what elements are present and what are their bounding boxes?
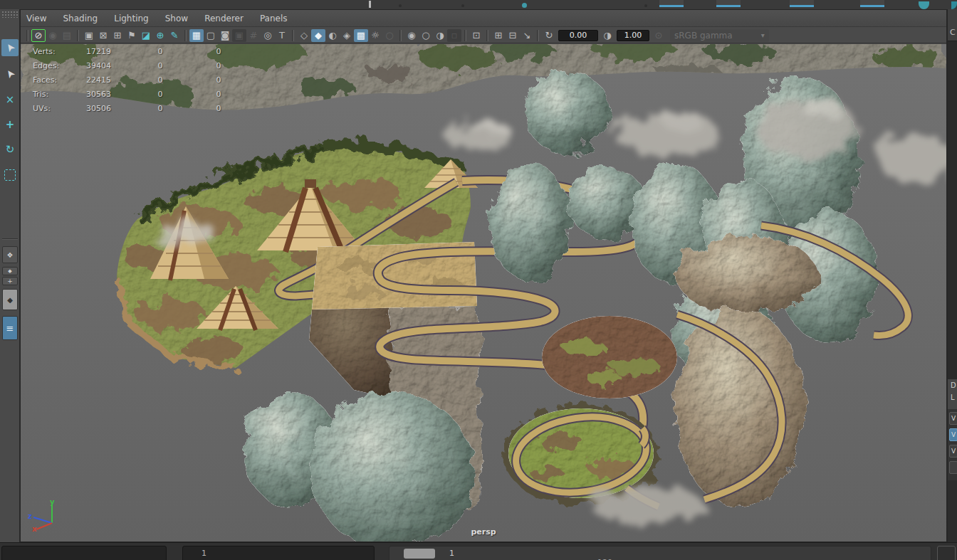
use-all-lights-icon[interactable]: ☼: [368, 29, 382, 42]
menu-renderer[interactable]: Renderer: [204, 14, 244, 23]
wireframe-icon[interactable]: ◇: [297, 29, 311, 42]
menu-show[interactable]: Show: [165, 14, 188, 23]
layer-visibility-toggle[interactable]: V: [949, 428, 957, 441]
pan-zoom-icon[interactable]: ⊕: [153, 29, 167, 42]
outliner-lines-icon: ≡: [6, 323, 14, 334]
scene-3d[interactable]: [21, 44, 946, 541]
image-plane-icon[interactable]: ◪: [139, 29, 153, 42]
contrast-icon[interactable]: ◑: [600, 29, 615, 42]
select-arrow-icon: ➤: [2, 41, 18, 56]
current-time-marker[interactable]: [404, 549, 435, 559]
shelf-icon-fragment[interactable]: [659, 0, 684, 7]
exposure-icon[interactable]: ↻: [542, 29, 556, 42]
gamma-field[interactable]: 1.00: [617, 30, 649, 41]
layout-outliner-persp-button[interactable]: ≡: [2, 316, 18, 340]
layout-small-button[interactable]: ◆: [2, 267, 18, 275]
maya-window: ➤ ➤ × + ↻ ▪ ❖ ◆ + ◆ ≡ View Shading Light…: [0, 0, 957, 560]
bookmark-icon[interactable]: ⚑: [125, 29, 139, 42]
rock-arch[interactable]: [676, 236, 818, 315]
field-chart-icon[interactable]: #: [246, 29, 261, 42]
isolate-select-icon[interactable]: ⊡: [469, 29, 483, 42]
depth-of-field-icon[interactable]: ▫: [447, 29, 461, 42]
textured-icon[interactable]: ▩: [354, 29, 368, 42]
safe-action-icon[interactable]: ◎: [261, 29, 275, 42]
shelf-icon-fragment[interactable]: [860, 0, 884, 7]
rotate-icon: ↻: [6, 143, 15, 156]
layer-toggle-empty[interactable]: [949, 461, 957, 474]
select-camera-icon[interactable]: ▣: [82, 29, 96, 42]
anti-alias-icon[interactable]: ◑: [433, 29, 447, 42]
channel-box-fields-edge: [948, 41, 957, 379]
menu-view[interactable]: View: [26, 14, 46, 23]
range-slider-track[interactable]: 1: [182, 546, 375, 560]
anim-pref-button[interactable]: [937, 546, 956, 560]
shadows-icon[interactable]: ○: [382, 29, 397, 42]
film-gate-icon[interactable]: ▢: [204, 29, 218, 42]
shelf-icon-fragment[interactable]: [716, 0, 741, 7]
menu-panels[interactable]: Panels: [260, 14, 288, 23]
renderer-override-icon[interactable]: ⊘: [31, 29, 46, 42]
hud-label: Edges:: [33, 61, 59, 70]
channel-box-edge: C D L V V V: [947, 9, 957, 542]
display-tab-partial[interactable]: D: [951, 381, 956, 389]
snapshot-paste-icon[interactable]: ⊟: [506, 29, 520, 42]
hud-value: 0: [211, 47, 226, 56]
shelf-icon-fragment[interactable]: [790, 0, 814, 7]
default-material-icon[interactable]: ◈: [340, 29, 354, 42]
viewport-canvas[interactable]: Verts: 17219 0 0 Edges: 39404 0 0 Faces:…: [21, 44, 946, 541]
playblast-icon[interactable]: ▤: [60, 29, 74, 42]
time-slider[interactable]: 1 120: [389, 546, 931, 560]
hud-value: 30506: [68, 104, 111, 113]
camera-attributes-icon[interactable]: ⊞: [110, 29, 125, 42]
select-tool-button[interactable]: ➤: [1, 39, 19, 56]
rock-ridge[interactable]: [674, 309, 805, 508]
gate-mask-icon[interactable]: ▣: [232, 29, 246, 42]
scale-tool-button[interactable]: ▪: [4, 169, 16, 181]
colorspace-dropdown[interactable]: sRGB gamma ▾: [670, 29, 769, 42]
occlusion-icon[interactable]: ◉: [404, 29, 419, 42]
layout-add-button[interactable]: +: [2, 277, 18, 285]
layer-visibility-toggle[interactable]: V: [949, 412, 957, 425]
current-frame-label: 1: [449, 549, 454, 558]
sequence-time-icon[interactable]: ◉: [46, 29, 60, 42]
rock[interactable]: [488, 164, 571, 280]
paint-select-icon: ×: [6, 93, 15, 106]
tool-box: ➤ ➤ × + ↻ ▪ ❖ ◆ + ◆ ≡: [0, 9, 20, 542]
lock-camera-icon[interactable]: ⊠: [96, 29, 110, 42]
pick-matching-icon[interactable]: ↘: [520, 29, 534, 42]
wireframe-on-shaded-icon[interactable]: ◐: [325, 29, 340, 42]
exposure-field[interactable]: 0.00: [558, 30, 598, 41]
menu-shading[interactable]: Shading: [63, 14, 98, 23]
resolution-gate-icon[interactable]: ◙: [218, 29, 232, 42]
layer-rows-edge: V V V: [948, 409, 957, 480]
shelf-teal-icon-fragment[interactable]: [522, 3, 527, 8]
smooth-shade-icon[interactable]: ◆: [311, 29, 325, 42]
grid-icon[interactable]: ▦: [189, 29, 204, 42]
shelf-sphere-icon-fragment[interactable]: [919, 1, 929, 9]
layout-four-pane-button[interactable]: ❖: [2, 246, 18, 263]
grease-pencil-icon[interactable]: ✎: [167, 29, 182, 42]
pane-diamond-icon: ◆: [8, 268, 11, 274]
safe-title-icon[interactable]: T: [275, 29, 289, 42]
four-pane-icon: ❖: [7, 251, 14, 259]
rock[interactable]: [524, 70, 610, 153]
paint-select-tool-button[interactable]: ×: [1, 91, 19, 108]
toolbar-separator: [26, 30, 28, 41]
menu-lighting[interactable]: Lighting: [114, 14, 149, 23]
lasso-tool-button[interactable]: ➤: [1, 65, 19, 83]
snapshot-copy-icon[interactable]: ⊞: [491, 29, 506, 42]
layer-visibility-toggle[interactable]: V: [949, 445, 957, 458]
toolbox-grip[interactable]: [1, 11, 19, 18]
gamma-toggle-icon[interactable]: ⊙: [652, 29, 666, 42]
motion-blur-icon[interactable]: ○: [419, 29, 433, 42]
terrain-patch-brown[interactable]: [542, 316, 677, 398]
hud-value: 0: [153, 104, 167, 113]
layer-editor-tabs-edge: D L: [948, 379, 957, 409]
rotate-tool-button[interactable]: ↻: [1, 141, 19, 158]
range-slider-field[interactable]: [1, 546, 167, 560]
layout-single-pane-button[interactable]: ◆: [2, 289, 18, 310]
shelf-icon-fragment[interactable]: [951, 1, 957, 9]
move-tool-button[interactable]: +: [1, 116, 19, 133]
layer-editor-footer-edge: [948, 480, 957, 542]
toolbar-separator: [184, 30, 187, 41]
